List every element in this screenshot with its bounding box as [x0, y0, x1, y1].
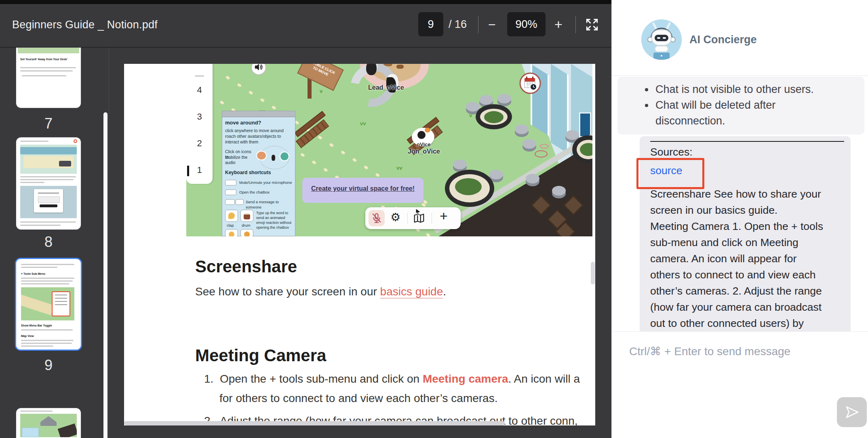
text-bar — [20, 182, 44, 183]
zoom-number-2: 2 — [186, 138, 213, 149]
grass-tuft: ᴠ — [320, 88, 322, 94]
text-bar — [20, 225, 61, 226]
list-text: . An icon will a — [508, 373, 580, 385]
paragraph-text: . — [443, 285, 446, 298]
notice-bullet-2-wrap: disconnection. — [655, 115, 725, 127]
text-bar — [22, 75, 66, 76]
zoom-number-3: 3 — [186, 112, 213, 122]
panel-line: roach other avatars/objects to — [225, 134, 281, 139]
thumbnail-page-7[interactable]: Set Yourself 'Away from Your Desk' — [16, 48, 81, 108]
thumb7-heading: Set Yourself 'Away from Your Desk' — [20, 57, 78, 61]
zoom-caret — [187, 166, 189, 176]
text-bar — [20, 67, 76, 68]
grass-tuft: ᴠᴠ — [396, 165, 402, 171]
plus-tools-icon: + — [440, 208, 448, 224]
message-line: (how far your camera can broadcast — [650, 301, 822, 314]
pdf-paragraph: See how to share your screen in our basi… — [195, 285, 446, 298]
document-title: Beginners Guide _ Notion.pdf — [12, 19, 158, 31]
emoji-chip — [225, 229, 238, 236]
planter — [476, 104, 512, 129]
text-bar — [21, 280, 73, 282]
text-bar — [20, 179, 74, 180]
toolbar-divider — [432, 213, 432, 224]
pdf-heading-meeting-camera: Meeting Camera — [195, 346, 326, 365]
promo-banner: Create your virtual space for free! — [302, 178, 423, 203]
avatar-label-lead: Lead_oVice — [368, 84, 404, 91]
stool — [453, 160, 467, 169]
basics-guide-link[interactable]: basics guide — [380, 285, 443, 299]
text-bar — [21, 343, 72, 344]
pdf-horizontal-scrollbar-thumb[interactable] — [124, 421, 505, 425]
zoom-in-button[interactable]: + — [554, 17, 563, 32]
thumb9-heading-2: Show Menu Bar Toggle — [21, 324, 52, 327]
panel-chrome — [222, 111, 295, 117]
zoom-number-strip: — 4 3 2 1 — [186, 64, 213, 184]
message-divider — [650, 141, 844, 142]
list-item-1: 1. Open the + tools sub-menu and click o… — [204, 373, 580, 385]
panel-line: interact with them — [225, 139, 258, 145]
emoji-chip-drum — [240, 210, 253, 222]
thumb8-shot-1 — [20, 145, 77, 174]
thumbnail-page-8[interactable] — [16, 137, 81, 230]
send-button[interactable] — [837, 397, 867, 427]
chat-messages: Sources: source Screenshare See how to s… — [612, 135, 868, 331]
wooden-sign: DOUBLE CLICK TO MOVE — [297, 64, 343, 91]
zoom-number-1: 1 — [186, 165, 213, 175]
pdf-viewer: ᴠᴠ ᴠ ᴠᴠ ᴠ ᴠᴠ ᴠ ᴠᴠ ᴠ — [109, 48, 611, 438]
glass-panel — [551, 64, 569, 154]
panel-line: click anywhere to move around — [225, 128, 284, 133]
avatar-label-ovice: oVice — [417, 141, 430, 147]
stool — [479, 95, 493, 105]
chat-notice: Chat is not visible to other users. Chat… — [617, 77, 864, 135]
text-bar — [20, 411, 53, 412]
text-bar — [21, 340, 74, 341]
message-line: Meeting Camera 1. Open the + tools — [650, 220, 823, 233]
pdf-vertical-scrollbar-thumb[interactable] — [591, 262, 595, 284]
chat-panel: AI Concierge Chat is not visible to othe… — [611, 0, 868, 438]
thumbnail-sidebar: Set Yourself 'Away from Your Desk' 7 — [0, 48, 109, 438]
stool — [466, 102, 480, 112]
text-bar — [20, 70, 73, 72]
gear-icon: ⚙ — [390, 211, 400, 224]
avatar-label-jon: Jon_oVice — [408, 148, 440, 155]
stool — [497, 94, 511, 103]
thumb8-shot-2 — [20, 186, 77, 218]
zoom-level[interactable]: 90% — [507, 12, 546, 36]
notice-bullet-2: Chat will be deleted after — [655, 99, 775, 112]
fullscreen-button[interactable] — [585, 18, 599, 33]
thumbnail-page-9-selected[interactable]: + Tools Sub-Menu Show Menu Bar Toggle Ma… — [15, 258, 82, 351]
stool — [526, 174, 539, 183]
promo-banner-text: Create your virtual space for free! — [311, 185, 415, 192]
message-line: camera. An icon will appear for — [650, 253, 796, 265]
stool — [515, 124, 529, 134]
chat-title: AI Concierge — [689, 34, 757, 46]
building-window — [579, 112, 591, 137]
pdf-toolbar: Beginners Guide _ Notion.pdf 9 / 16 − 90… — [0, 4, 611, 48]
chat-input[interactable]: Ctrl/⌘ + Enter to send message — [612, 331, 868, 438]
emoji-chip-clap — [225, 210, 238, 222]
thumbnail-page-10[interactable] — [16, 408, 81, 438]
text-bar — [21, 345, 53, 347]
stool — [552, 186, 566, 196]
bullet-dot — [645, 104, 648, 107]
zoom-out-button[interactable]: − — [488, 17, 496, 32]
list-item-1-line-2: for others to connect to and view each o… — [219, 392, 497, 405]
pink-ring — [535, 150, 548, 158]
avatar-figure — [366, 64, 377, 75]
emoji-chip — [240, 229, 253, 236]
message-line: others to connect to and view each — [650, 269, 816, 281]
panel-title: move around? — [225, 120, 261, 125]
app-root: Beginners Guide _ Notion.pdf 9 / 16 − 90… — [0, 0, 868, 438]
send-icon — [844, 405, 860, 419]
calendar-icon — [519, 72, 541, 95]
message-line: out to other connected users) by — [650, 317, 804, 330]
game-toolbar: ⚙ + — [365, 207, 461, 229]
thumbnail-label-9: 9 — [16, 357, 81, 374]
page-number-input[interactable]: 9 — [418, 12, 443, 36]
pdf-page: ᴠᴠ ᴠ ᴠᴠ ᴠ ᴠᴠ ᴠ ᴠᴠ ᴠ — [124, 64, 595, 425]
cursor-icon — [415, 208, 422, 218]
panel-audio-line: stabilize the audio — [225, 155, 256, 165]
key-chip — [225, 190, 236, 195]
audio-figure — [272, 155, 275, 161]
sidebar-scrollbar[interactable] — [103, 112, 107, 438]
